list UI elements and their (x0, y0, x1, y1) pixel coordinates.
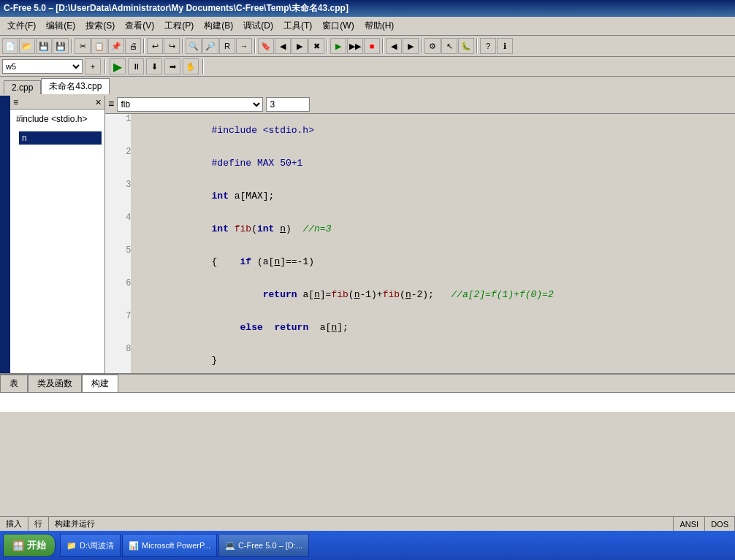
status-ansi: ANSI (674, 517, 705, 531)
tab-file1[interactable]: 2.cpp (4, 80, 41, 94)
save-all-btn[interactable]: 💾 (53, 38, 69, 54)
bookmark-prev-btn[interactable]: ◀ (275, 38, 291, 54)
menu-debug[interactable]: 调试(D) (239, 18, 278, 34)
left-panel-header: ≡ ✕ (10, 96, 104, 110)
stop-btn[interactable]: ■ (364, 38, 380, 54)
taskbar-item-1-label: Microsoft PowerP... (142, 541, 210, 550)
find-btn[interactable]: 🔍 (186, 38, 202, 54)
taskbar-item-0[interactable]: 📁 D:\周波清 (60, 534, 121, 557)
bottom-content (0, 393, 735, 412)
code-content-4[interactable]: int fib(int n) //n=3 (132, 212, 735, 245)
menu-window[interactable]: 窗口(W) (318, 18, 358, 34)
class-add-btn[interactable]: + (85, 58, 101, 74)
left-blue-bar (0, 96, 10, 373)
taskbar-item-2-label: C-Free 5.0 – [D:... (238, 541, 302, 550)
new-btn[interactable]: 📄 (2, 38, 18, 54)
paste-btn[interactable]: 📌 (108, 38, 124, 54)
code-content-6[interactable]: return a[n]=fib(n-1)+fib(n-2); //a[2]=f(… (132, 278, 735, 311)
sep9 (104, 59, 106, 74)
bottom-tab-build[interactable]: 构建 (82, 375, 118, 392)
forward-btn[interactable]: ▶ (403, 38, 419, 54)
taskbar-item-0-label: D:\周波清 (80, 540, 114, 551)
goto-btn[interactable]: → (236, 38, 252, 54)
bookmark-clear-btn[interactable]: ✖ (308, 38, 324, 54)
sep3 (182, 39, 183, 53)
bottom-tab-table[interactable]: 表 (0, 375, 28, 392)
taskbar: 🪟 开始 📁 D:\周波清 📊 Microsoft PowerP... 💻 C-… (0, 531, 735, 560)
line-number-input[interactable] (266, 97, 310, 112)
left-panel-close[interactable]: ✕ (95, 98, 102, 107)
step-into-btn[interactable]: ⬇ (146, 58, 162, 74)
toolbar-row1: 📄 📂 💾 💾 ✂ 📋 📌 🖨 ↩ ↪ 🔍 🔎 R → 🔖 ◀ ▶ ✖ ▶ ▶▶… (2, 38, 513, 54)
code-content-5[interactable]: { if (a[n]==-1) (132, 245, 735, 278)
menu-build[interactable]: 构建(B) (199, 18, 237, 34)
code-content-3[interactable]: int a[MAX]; (132, 180, 735, 212)
table-row: 3 int a[MAX]; (105, 180, 735, 212)
tab-file2[interactable]: 未命名43.cpp (41, 78, 110, 94)
copy-btn[interactable]: 📋 (91, 38, 107, 54)
taskbar-item-1[interactable]: 📊 Microsoft PowerP... (122, 534, 217, 557)
run-btn[interactable]: ▶ (330, 38, 346, 54)
bookmark-next-btn[interactable]: ▶ (292, 38, 308, 54)
menu-project[interactable]: 工程(P) (160, 18, 198, 34)
menu-view[interactable]: 查看(V) (121, 18, 159, 34)
menu-file[interactable]: 文件(F) (3, 18, 40, 34)
line-num-6: 6 (105, 278, 132, 311)
cut-btn[interactable]: ✂ (75, 38, 91, 54)
menu-edit[interactable]: 编辑(E) (42, 18, 80, 34)
back-btn[interactable]: ◀ (386, 38, 402, 54)
hand-btn[interactable]: ✋ (183, 58, 199, 74)
taskbar-item-2[interactable]: 💻 C-Free 5.0 – [D:... (218, 534, 309, 557)
table-row: 5 { if (a[n]==-1) (105, 245, 735, 278)
run2-btn[interactable]: ▶▶ (347, 38, 363, 54)
debug-btn[interactable]: 🐛 (458, 38, 474, 54)
code-content-1[interactable]: #include <stdio.h> (132, 114, 735, 147)
find-next-btn[interactable]: 🔎 (202, 38, 218, 54)
menu-tools[interactable]: 工具(T) (279, 18, 316, 34)
line-num-4: 4 (105, 212, 132, 245)
save-btn[interactable]: 💾 (36, 38, 52, 54)
run-green-btn[interactable]: ▶ (110, 58, 126, 74)
cursor-btn[interactable]: ↖ (441, 38, 457, 54)
start-icon: 🪟 (12, 540, 24, 551)
taskbar-item-2-icon: 💻 (225, 541, 235, 551)
sep10 (202, 59, 204, 74)
undo-btn[interactable]: ↩ (147, 38, 163, 54)
line-num-5: 5 (105, 245, 132, 278)
redo-btn[interactable]: ↪ (164, 38, 180, 54)
line-num-7: 7 (105, 311, 132, 344)
left-panel-icon: ≡ (13, 97, 18, 107)
start-label: 开始 (27, 539, 46, 552)
help-btn[interactable]: ? (480, 38, 496, 54)
replace-btn[interactable]: R (219, 38, 235, 54)
sep4 (254, 39, 256, 53)
menu-bar: 文件(F) 编辑(E) 搜索(S) 查看(V) 工程(P) 构建(B) 调试(D… (0, 17, 735, 36)
left-n-selected[interactable]: n (19, 131, 102, 145)
left-include-item[interactable]: #include <stdio.h> (13, 112, 102, 126)
line-num-1: 1 (105, 114, 132, 147)
about-btn[interactable]: ℹ (497, 38, 513, 54)
open-btn[interactable]: 📂 (19, 38, 35, 54)
debug-step-btn[interactable]: ⏸ (128, 58, 144, 74)
bookmark-toggle-btn[interactable]: 🔖 (258, 38, 274, 54)
class-dropdown[interactable]: w5 (2, 59, 83, 74)
step-over-btn[interactable]: ➡ (164, 58, 180, 74)
status-build-run: 构建并运行 (49, 517, 674, 531)
menu-help[interactable]: 帮助(H) (360, 18, 399, 34)
code-scroll-area[interactable]: 1 #include <stdio.h> 2 #define MAX 50+1 (105, 114, 735, 373)
print-btn[interactable]: 🖨 (125, 38, 141, 54)
line-num-2: 2 (105, 147, 132, 180)
func-dropdown[interactable]: fib (117, 97, 263, 112)
bottom-tab-classes[interactable]: 类及函数 (28, 375, 82, 392)
code-content-2[interactable]: #define MAX 50+1 (132, 147, 735, 180)
code-content-8[interactable]: } (132, 344, 735, 373)
code-content-7[interactable]: else return a[n]; (132, 311, 735, 344)
build-quick-btn[interactable]: ⚙ (424, 38, 441, 54)
table-row: 1 #include <stdio.h> (105, 114, 735, 147)
left-panel: ≡ ✕ #include <stdio.h> n (10, 96, 105, 373)
menu-search[interactable]: 搜索(S) (81, 18, 119, 34)
left-var-n: n (13, 131, 102, 145)
table-row: 8 } (105, 344, 735, 373)
line-num-3: 3 (105, 180, 132, 212)
start-button[interactable]: 🪟 开始 (3, 534, 56, 557)
